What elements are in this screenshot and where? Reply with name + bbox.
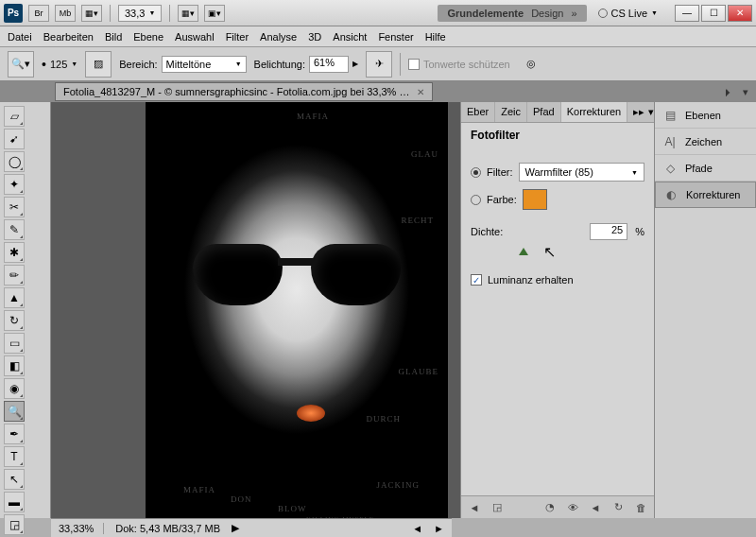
brush-size-field[interactable]: •125▼ [42, 57, 77, 72]
tab-menu-icon[interactable]: ▾ [739, 84, 752, 100]
view-button[interactable]: ▦▾ [81, 5, 102, 22]
close-tab-icon[interactable]: ✕ [417, 87, 424, 97]
separator [400, 53, 401, 76]
right-panel-strip: ▤Ebenen A|Zeichen ◇Pfade ◐Korrekturen [654, 102, 756, 518]
airbrush-button[interactable]: ✈ [366, 51, 392, 78]
tool-preset-icon[interactable]: 🔍▾ [8, 51, 34, 78]
crop-tool[interactable]: ✂ [4, 197, 25, 217]
pen-tool[interactable]: ✒ [4, 424, 25, 444]
menu-analyse[interactable]: Analyse [260, 31, 297, 43]
scroll-right-icon[interactable]: ► [434, 523, 444, 534]
luminanz-checkbox[interactable]: ✓ [471, 274, 482, 286]
history-brush-tool[interactable]: ↻ [4, 310, 25, 331]
shape-tool[interactable]: ▬ [4, 492, 25, 512]
reset-icon[interactable]: ↻ [610, 501, 626, 514]
flyout-icon[interactable]: ▶ [352, 60, 358, 68]
stamp-tool[interactable]: ▲ [4, 287, 25, 308]
menu-fenster[interactable]: Fenster [378, 31, 413, 43]
maximize-button[interactable]: ☐ [701, 5, 726, 22]
trash-icon[interactable]: 🗑 [633, 501, 648, 514]
menu-filter[interactable]: Filter [226, 31, 249, 43]
tab-korrekturen[interactable]: Korrekturen [561, 102, 627, 122]
close-button[interactable]: ✕ [728, 5, 752, 22]
tab-pfade[interactable]: Pfad [527, 102, 561, 122]
eyedropper-tool[interactable]: ✎ [4, 219, 25, 240]
path-tool[interactable]: ↖ [4, 469, 25, 490]
status-doc-size[interactable]: Dok: 5,43 MB/33,7 MB [115, 523, 220, 534]
pressure-button[interactable]: ◎ [518, 51, 544, 78]
chevron-down-icon: ▼ [631, 169, 638, 176]
flyout-icon[interactable]: ▶ [232, 522, 239, 534]
panel-pfade[interactable]: ◇Pfade [655, 155, 756, 182]
canvas-area[interactable]: MAFIA GLAU RECHT GLAUBE MAFIA DURCH JACK… [51, 102, 460, 518]
farbe-radio[interactable] [471, 195, 481, 205]
menu-datei[interactable]: Datei [8, 31, 32, 43]
panel-ebenen[interactable]: ▤Ebenen [655, 102, 756, 129]
more-icon[interactable]: » [571, 8, 576, 19]
options-bar: 🔍▾ •125▼ ▨ Bereich: Mitteltöne▼ Belichtu… [0, 47, 756, 81]
tonwerte-checkbox[interactable] [408, 59, 420, 70]
slider-thumb[interactable] [519, 248, 528, 255]
clip-icon[interactable]: ◔ [542, 501, 558, 514]
type-tool[interactable]: T [4, 446, 25, 467]
healing-tool[interactable]: ✱ [4, 242, 25, 263]
status-zoom[interactable]: 33,33% [59, 523, 104, 534]
tab-scroll-icon[interactable]: ⏵ [719, 84, 737, 100]
scroll-left-icon[interactable]: ◄ [412, 523, 422, 534]
workspace-active[interactable]: Grundelemente [447, 8, 524, 19]
eye-icon[interactable]: 👁 [565, 501, 580, 514]
menu-bearbeiten[interactable]: Bearbeiten [43, 31, 94, 43]
filter-dropdown[interactable]: Warmfilter (85) ▼ [519, 163, 645, 182]
overlay-text: GLAU [411, 149, 438, 159]
title-bar: Ps Br Mb ▦▾ 33,3▼ ▦▾ ▣▾ Grundelemente De… [0, 0, 756, 26]
minimize-button[interactable]: — [675, 5, 699, 22]
belichtung-input[interactable]: 61% [309, 56, 349, 73]
dichte-input[interactable]: 25 [590, 223, 627, 240]
panel-korrekturen[interactable]: ◐Korrekturen [655, 182, 756, 208]
adjustments-panel: Eber Zeic Pfad Korrekturen ▸▸▾≡ Fotofilt… [460, 102, 654, 518]
marquee-tool[interactable]: ➹ [4, 129, 25, 149]
bridge-button[interactable]: Br [28, 5, 49, 22]
blur-tool[interactable]: ◉ [4, 378, 25, 399]
panel-zeichen[interactable]: A|Zeichen [655, 129, 756, 155]
collapse-icon[interactable]: ▸▸ [633, 106, 644, 118]
separator [110, 5, 111, 22]
gradient-tool[interactable]: ◧ [4, 355, 25, 376]
filter-radio[interactable] [471, 167, 481, 178]
farbe-label: Farbe: [487, 194, 517, 205]
wand-tool[interactable]: ✦ [4, 174, 25, 195]
menu-hilfe[interactable]: Hilfe [425, 31, 446, 43]
minibridge-button[interactable]: Mb [55, 5, 76, 22]
menu-auswahl[interactable]: Auswahl [175, 31, 215, 43]
eraser-tool[interactable]: ▭ [4, 333, 25, 354]
document-tab[interactable]: Fotolia_4813297_M - © sumnersgraphicsinc… [55, 82, 433, 101]
lasso-tool[interactable]: ◯ [4, 151, 25, 172]
zoom-dropdown[interactable]: 33,3▼ [118, 5, 162, 22]
menu-ebene[interactable]: Ebene [133, 31, 163, 43]
brush-panel-button[interactable]: ▨ [85, 51, 112, 78]
workspace-item[interactable]: Design [531, 8, 563, 19]
previous-icon[interactable]: ◄ [588, 501, 603, 514]
dodge-tool[interactable]: 🔍 [4, 401, 25, 422]
color-swatch[interactable] [523, 189, 547, 210]
overlay-text: DURCH [366, 414, 401, 424]
menu-ansicht[interactable]: Ansicht [333, 31, 367, 43]
3d-tool[interactable]: ◲ [4, 514, 25, 535]
panel-label: Ebenen [685, 110, 721, 121]
size-value: 125 [50, 59, 67, 70]
tab-ebenen[interactable]: Eber [461, 102, 495, 122]
brush-tool[interactable]: ✏ [4, 265, 25, 286]
dichte-slider[interactable] [480, 244, 635, 259]
workspace-switcher[interactable]: Grundelemente Design » [438, 5, 586, 22]
back-icon[interactable]: ◄ [467, 501, 482, 514]
move-tool[interactable]: ▱ [4, 106, 25, 127]
cslive-button[interactable]: CS Live ▼ [593, 6, 663, 21]
menu-bild[interactable]: Bild [105, 31, 122, 43]
arrange-button[interactable]: ▦▾ [178, 5, 198, 22]
bereich-dropdown[interactable]: Mitteltöne▼ [162, 56, 247, 73]
document-canvas[interactable]: MAFIA GLAU RECHT GLAUBE MAFIA DURCH JACK… [146, 102, 448, 518]
expand-icon[interactable]: ◲ [490, 501, 505, 514]
screen-mode-button[interactable]: ▣▾ [204, 5, 225, 22]
tab-zeichen[interactable]: Zeic [495, 102, 527, 122]
menu-3d[interactable]: 3D [308, 31, 321, 43]
